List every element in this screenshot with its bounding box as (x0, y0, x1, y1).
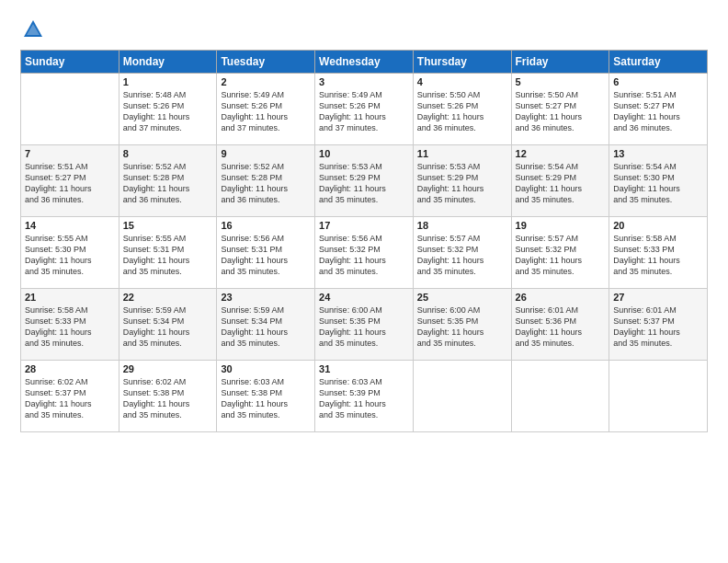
day-number: 1 (123, 76, 213, 87)
day-number: 31 (319, 363, 409, 374)
cell-info: Sunrise: 5:56 AM Sunset: 5:32 PM Dayligh… (319, 233, 409, 278)
cell-info: Sunrise: 6:00 AM Sunset: 5:35 PM Dayligh… (319, 304, 409, 350)
cell-2-3: 9Sunrise: 5:52 AM Sunset: 5:28 PM Daylig… (217, 145, 315, 217)
cell-info: Sunrise: 5:55 AM Sunset: 5:30 PM Dayligh… (25, 233, 115, 278)
day-number: 30 (221, 363, 311, 374)
cell-info: Sunrise: 5:56 AM Sunset: 5:31 PM Dayligh… (221, 233, 311, 278)
header-saturday: Saturday (609, 51, 708, 74)
cell-info: Sunrise: 5:59 AM Sunset: 5:34 PM Dayligh… (221, 304, 311, 350)
day-number: 29 (123, 363, 213, 374)
cell-info: Sunrise: 5:54 AM Sunset: 5:30 PM Dayligh… (613, 161, 703, 206)
calendar-header-row: SundayMondayTuesdayWednesdayThursdayFrid… (21, 51, 708, 74)
cell-3-7: 20Sunrise: 5:58 AM Sunset: 5:33 PM Dayli… (609, 217, 708, 289)
cell-info: Sunrise: 5:55 AM Sunset: 5:31 PM Dayligh… (123, 233, 213, 278)
header-sunday: Sunday (21, 51, 119, 74)
day-number: 2 (221, 76, 311, 87)
cell-info: Sunrise: 5:48 AM Sunset: 5:26 PM Dayligh… (123, 89, 213, 134)
day-number: 3 (319, 76, 409, 87)
day-number: 17 (319, 220, 409, 231)
cell-1-4: 3Sunrise: 5:49 AM Sunset: 5:26 PM Daylig… (315, 74, 414, 145)
header-thursday: Thursday (413, 51, 511, 74)
cell-5-5 (413, 361, 511, 432)
cell-info: Sunrise: 6:01 AM Sunset: 5:37 PM Dayligh… (613, 304, 703, 350)
cell-info: Sunrise: 5:49 AM Sunset: 5:26 PM Dayligh… (221, 89, 311, 134)
day-number: 12 (516, 148, 606, 159)
day-number: 7 (25, 148, 115, 159)
week-row-5: 28Sunrise: 6:02 AM Sunset: 5:37 PM Dayli… (21, 361, 708, 432)
cell-5-4: 31Sunrise: 6:03 AM Sunset: 5:39 PM Dayli… (315, 361, 414, 432)
week-row-3: 14Sunrise: 5:55 AM Sunset: 5:30 PM Dayli… (21, 217, 708, 289)
day-number: 5 (516, 76, 606, 87)
cell-2-5: 11Sunrise: 5:53 AM Sunset: 5:29 PM Dayli… (413, 145, 511, 217)
cell-info: Sunrise: 5:52 AM Sunset: 5:28 PM Dayligh… (221, 161, 311, 206)
cell-3-1: 14Sunrise: 5:55 AM Sunset: 5:30 PM Dayli… (21, 217, 119, 289)
cell-3-6: 19Sunrise: 5:57 AM Sunset: 5:32 PM Dayli… (511, 217, 609, 289)
day-number: 28 (25, 363, 115, 374)
cell-info: Sunrise: 5:50 AM Sunset: 5:27 PM Dayligh… (516, 89, 606, 134)
cell-info: Sunrise: 5:59 AM Sunset: 5:34 PM Dayligh… (123, 304, 213, 350)
day-number: 15 (123, 220, 213, 231)
cell-3-3: 16Sunrise: 5:56 AM Sunset: 5:31 PM Dayli… (217, 217, 315, 289)
cell-info: Sunrise: 6:01 AM Sunset: 5:36 PM Dayligh… (516, 304, 606, 350)
cell-info: Sunrise: 5:53 AM Sunset: 5:29 PM Dayligh… (319, 161, 409, 206)
cell-info: Sunrise: 5:58 AM Sunset: 5:33 PM Dayligh… (25, 304, 115, 350)
cell-1-1 (21, 74, 119, 145)
cell-5-1: 28Sunrise: 6:02 AM Sunset: 5:37 PM Dayli… (21, 361, 119, 432)
cell-info: Sunrise: 5:57 AM Sunset: 5:32 PM Dayligh… (417, 233, 507, 278)
day-number: 18 (417, 220, 507, 231)
cell-info: Sunrise: 6:02 AM Sunset: 5:38 PM Dayligh… (123, 376, 213, 421)
day-number: 25 (417, 292, 507, 303)
header-tuesday: Tuesday (217, 51, 315, 74)
header-monday: Monday (119, 51, 217, 74)
cell-info: Sunrise: 5:51 AM Sunset: 5:27 PM Dayligh… (613, 89, 703, 134)
cell-info: Sunrise: 5:58 AM Sunset: 5:33 PM Dayligh… (613, 233, 703, 278)
day-number: 16 (221, 220, 311, 231)
day-number: 6 (613, 76, 703, 87)
day-number: 23 (221, 292, 311, 303)
calendar-table: SundayMondayTuesdayWednesdayThursdayFrid… (20, 50, 708, 432)
day-number: 11 (417, 148, 507, 159)
cell-2-2: 8Sunrise: 5:52 AM Sunset: 5:28 PM Daylig… (119, 145, 217, 217)
cell-1-3: 2Sunrise: 5:49 AM Sunset: 5:26 PM Daylig… (217, 74, 315, 145)
cell-3-2: 15Sunrise: 5:55 AM Sunset: 5:31 PM Dayli… (119, 217, 217, 289)
day-number: 8 (123, 148, 213, 159)
day-number: 26 (516, 292, 606, 303)
cell-info: Sunrise: 5:54 AM Sunset: 5:29 PM Dayligh… (516, 161, 606, 206)
cell-info: Sunrise: 5:52 AM Sunset: 5:28 PM Dayligh… (123, 161, 213, 206)
cell-4-7: 27Sunrise: 6:01 AM Sunset: 5:37 PM Dayli… (609, 289, 708, 361)
cell-4-1: 21Sunrise: 5:58 AM Sunset: 5:33 PM Dayli… (21, 289, 119, 361)
header (20, 17, 708, 42)
logo (20, 17, 50, 42)
cell-3-5: 18Sunrise: 5:57 AM Sunset: 5:32 PM Dayli… (413, 217, 511, 289)
cell-4-6: 26Sunrise: 6:01 AM Sunset: 5:36 PM Dayli… (511, 289, 609, 361)
cell-info: Sunrise: 5:49 AM Sunset: 5:26 PM Dayligh… (319, 89, 409, 134)
cell-info: Sunrise: 5:57 AM Sunset: 5:32 PM Dayligh… (516, 233, 606, 278)
cell-5-3: 30Sunrise: 6:03 AM Sunset: 5:38 PM Dayli… (217, 361, 315, 432)
day-number: 19 (516, 220, 606, 231)
day-number: 14 (25, 220, 115, 231)
day-number: 10 (319, 148, 409, 159)
week-row-4: 21Sunrise: 5:58 AM Sunset: 5:33 PM Dayli… (21, 289, 708, 361)
cell-info: Sunrise: 6:02 AM Sunset: 5:37 PM Dayligh… (25, 376, 115, 421)
cell-2-7: 13Sunrise: 5:54 AM Sunset: 5:30 PM Dayli… (609, 145, 708, 217)
cell-2-1: 7Sunrise: 5:51 AM Sunset: 5:27 PM Daylig… (21, 145, 119, 217)
cell-info: Sunrise: 5:51 AM Sunset: 5:27 PM Dayligh… (25, 161, 115, 206)
day-number: 20 (613, 220, 703, 231)
cell-info: Sunrise: 6:03 AM Sunset: 5:39 PM Dayligh… (319, 376, 409, 421)
day-number: 22 (123, 292, 213, 303)
day-number: 9 (221, 148, 311, 159)
cell-info: Sunrise: 5:53 AM Sunset: 5:29 PM Dayligh… (417, 161, 507, 206)
cell-5-2: 29Sunrise: 6:02 AM Sunset: 5:38 PM Dayli… (119, 361, 217, 432)
cell-info: Sunrise: 5:50 AM Sunset: 5:26 PM Dayligh… (417, 89, 507, 134)
cell-5-7 (609, 361, 708, 432)
day-number: 21 (25, 292, 115, 303)
cell-4-5: 25Sunrise: 6:00 AM Sunset: 5:35 PM Dayli… (413, 289, 511, 361)
cell-1-2: 1Sunrise: 5:48 AM Sunset: 5:26 PM Daylig… (119, 74, 217, 145)
week-row-2: 7Sunrise: 5:51 AM Sunset: 5:27 PM Daylig… (21, 145, 708, 217)
cell-1-7: 6Sunrise: 5:51 AM Sunset: 5:27 PM Daylig… (609, 74, 708, 145)
cell-4-2: 22Sunrise: 5:59 AM Sunset: 5:34 PM Dayli… (119, 289, 217, 361)
cell-1-6: 5Sunrise: 5:50 AM Sunset: 5:27 PM Daylig… (511, 74, 609, 145)
cell-3-4: 17Sunrise: 5:56 AM Sunset: 5:32 PM Dayli… (315, 217, 414, 289)
cell-5-6 (511, 361, 609, 432)
cell-2-4: 10Sunrise: 5:53 AM Sunset: 5:29 PM Dayli… (315, 145, 414, 217)
